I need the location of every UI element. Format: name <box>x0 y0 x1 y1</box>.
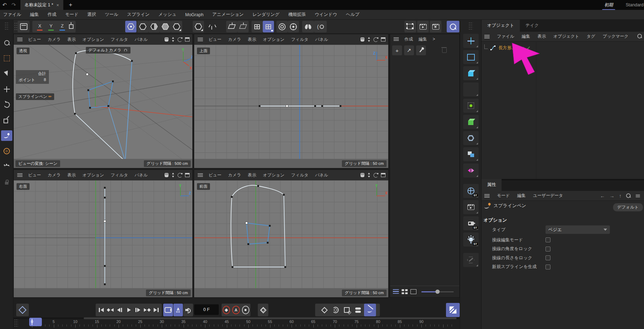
tab-objects[interactable]: オブジェクト <box>482 20 520 32</box>
snap-settings-icon[interactable] <box>288 21 299 32</box>
eyedropper-icon[interactable] <box>416 45 426 55</box>
vp1-menu-3[interactable]: オプション <box>82 37 104 43</box>
vp3-menu-0[interactable]: ビュー <box>28 172 41 178</box>
loop-playback-button[interactable] <box>163 304 173 316</box>
deformer-cube-icon[interactable] <box>463 115 479 129</box>
keyframe-settings-button[interactable] <box>242 306 249 314</box>
orbit-icon[interactable] <box>178 37 182 42</box>
tab-takes[interactable]: テイク <box>520 20 544 32</box>
lock-icon[interactable] <box>1 177 12 187</box>
pan-icon[interactable] <box>165 37 168 42</box>
rotate-icon[interactable] <box>1 99 12 110</box>
vp3-menu-5[interactable]: パネル <box>135 172 148 178</box>
options-section-header[interactable]: オプション <box>484 217 507 223</box>
maximize-icon[interactable] <box>185 173 190 177</box>
scrollbar-thumb[interactable] <box>84 317 457 319</box>
layout-tab-standard[interactable]: Standard <box>626 2 644 7</box>
dolly-icon[interactable] <box>367 37 371 42</box>
new-tab-button[interactable]: + <box>69 1 72 8</box>
slider-knob[interactable] <box>435 290 440 294</box>
current-frame-field[interactable]: 0 F <box>194 304 219 315</box>
om-menu-icon[interactable] <box>484 35 490 36</box>
vp2-menu-1[interactable]: カメラ <box>228 37 241 43</box>
render-settings-icon[interactable] <box>430 21 441 32</box>
orbit-icon[interactable] <box>178 173 182 178</box>
vp1-menu-5[interactable]: パネル <box>135 37 148 43</box>
autokey-button[interactable]: A <box>232 306 240 314</box>
camera-cycle-icon[interactable] <box>123 48 128 52</box>
menubar-item-10[interactable]: レンダリング <box>253 12 280 18</box>
om-menu-3[interactable]: オブジェクト <box>553 33 579 39</box>
right-canvas[interactable]: YZ 右面 <box>14 180 192 288</box>
play-sound-mode-button[interactable]: A <box>173 304 183 316</box>
default-preset-button[interactable]: デフォルト <box>613 203 643 211</box>
menubar-item-13[interactable]: ヘルプ <box>346 12 359 18</box>
region-render-icon[interactable] <box>404 21 416 32</box>
history-back-icon[interactable]: ← <box>600 193 605 199</box>
vp4-menu-1[interactable]: カメラ <box>228 172 241 178</box>
more-menu-chevron[interactable]: > <box>433 37 435 42</box>
rectangle-spline-icon[interactable] <box>463 50 479 64</box>
select-icon[interactable] <box>1 68 12 79</box>
menubar-item-11[interactable]: 機能拡張 <box>288 12 306 18</box>
keyframe-selection-button[interactable] <box>258 304 268 316</box>
maximize-icon[interactable] <box>381 173 385 177</box>
orbit-icon[interactable] <box>374 37 378 42</box>
vp4-menu-4[interactable]: フィルタ <box>291 172 308 178</box>
attr-menu-1[interactable]: 編集 <box>517 193 526 199</box>
light-icon[interactable]: ST <box>463 232 479 247</box>
next-frame-button[interactable] <box>133 305 142 315</box>
document-tab[interactable]: 名称未設定 1 * × <box>20 0 63 10</box>
workplane-lock-icon[interactable] <box>237 21 249 32</box>
record-keyframe-button[interactable] <box>223 306 230 314</box>
vp2-menu-2[interactable]: 表示 <box>248 37 256 43</box>
undo-icon[interactable]: ↶ <box>0 2 9 8</box>
grid-view-icon[interactable] <box>402 289 408 294</box>
menubar-item-2[interactable]: 作成 <box>47 12 56 18</box>
live-selection-icon[interactable] <box>1 53 12 63</box>
quantize-grid-icon[interactable] <box>263 21 274 32</box>
vp3-menu-2[interactable]: 表示 <box>67 172 76 178</box>
icon-size-slider[interactable] <box>421 289 454 294</box>
vp4-menu-3[interactable]: オプション <box>263 172 284 178</box>
attr-search-icon[interactable] <box>626 193 631 198</box>
pan-icon[interactable] <box>361 37 364 42</box>
model-mode-icon[interactable] <box>171 21 182 32</box>
menubar-item-4[interactable]: 選択 <box>87 12 96 18</box>
vp2-menu-4[interactable]: フィルタ <box>291 37 308 43</box>
search-icon[interactable] <box>1 37 12 48</box>
interactive-render-icon[interactable] <box>447 21 459 32</box>
single-view-icon[interactable] <box>410 289 416 294</box>
redo-icon[interactable]: ↷ <box>9 2 18 8</box>
menubar-item-7[interactable]: メッシュ <box>158 12 176 18</box>
attr-menu-0[interactable]: モード <box>497 193 510 199</box>
symmetry-icon[interactable] <box>302 21 314 32</box>
snap-target-icon[interactable] <box>276 21 288 32</box>
paint-ring-icon[interactable] <box>1 146 12 156</box>
om-menu-0[interactable]: ファイル <box>497 33 514 39</box>
edges-mode-icon[interactable] <box>137 21 148 32</box>
option-checkbox-3[interactable] <box>546 265 550 269</box>
promote-arrow-icon[interactable]: ↗ <box>404 45 414 55</box>
film-icon[interactable] <box>463 200 479 214</box>
orbit-icon[interactable] <box>374 173 378 178</box>
go-to-end-button[interactable] <box>152 305 161 315</box>
coordinate-box-icon[interactable] <box>18 21 30 32</box>
menubar-item-3[interactable]: モード <box>65 12 78 18</box>
timeline-scrollbar[interactable] <box>13 317 460 319</box>
annotate-pencil-icon[interactable] <box>463 253 479 267</box>
tab-close-icon[interactable]: × <box>56 2 59 8</box>
keyframe-diamond-button[interactable] <box>16 304 29 316</box>
vp3-menu-1[interactable]: カメラ <box>48 172 61 178</box>
record-parameter-icon[interactable] <box>353 305 363 315</box>
om-menu-4[interactable]: タグ <box>587 33 595 39</box>
vp4-menu-5[interactable]: パネル <box>315 172 328 178</box>
history-forward-icon[interactable]: → <box>610 193 614 199</box>
om-menu-1[interactable]: 編集 <box>522 33 530 39</box>
modeling-axis-icon[interactable] <box>193 21 204 32</box>
dolly-icon[interactable] <box>171 173 175 178</box>
attr-menu-2[interactable]: ユーザーデータ <box>533 193 563 199</box>
vp2-menu-5[interactable]: パネル <box>315 37 328 43</box>
trash-icon[interactable] <box>439 45 449 55</box>
menubar-item-8[interactable]: MoGraph <box>185 12 204 17</box>
